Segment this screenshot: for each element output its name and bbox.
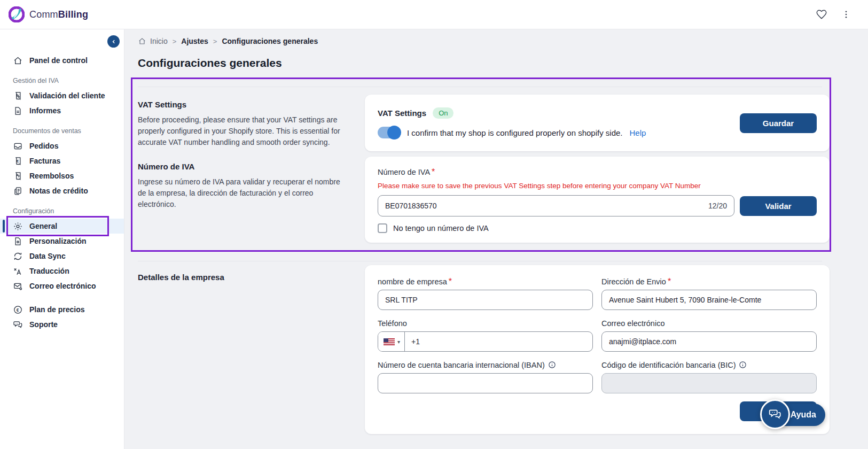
vat-card-title: VAT Settings (378, 109, 426, 118)
iva-validate-button[interactable]: Validar (740, 196, 817, 216)
chat-bubbles-icon (768, 407, 782, 421)
vat-settings-card: VAT Settings On I confirm that my shop i… (365, 95, 830, 151)
sync-icon (13, 251, 23, 261)
bic-field: Código de identificación bancaria (BIC) (601, 360, 817, 393)
breadcrumb-current: Configuraciones generales (222, 37, 318, 45)
home-icon (13, 56, 23, 66)
email-input[interactable] (601, 331, 817, 352)
sidebar-section-configuracion: Configuración (0, 198, 124, 219)
sidebar-item-correo-electronico[interactable]: Correo electrónico (0, 278, 124, 293)
section-divider (138, 261, 822, 261)
us-flag-icon (384, 338, 395, 345)
favorite-button[interactable] (816, 9, 827, 20)
iva-number-input[interactable] (385, 202, 708, 210)
shipping-address-field: Dirección de Envio* (601, 277, 817, 310)
help-floating-widget: Ayuda (760, 399, 825, 429)
euro-circle-icon: € (13, 305, 23, 315)
vat-annotated-section: VAT Settings Before proceeding, please e… (131, 78, 831, 252)
vat-confirm-text: I confirm that my shop is configured pro… (407, 128, 623, 137)
vat-settings-description: VAT Settings Before proceeding, please e… (138, 95, 365, 151)
iban-input[interactable] (378, 373, 593, 393)
no-iva-checkbox[interactable] (378, 223, 387, 233)
kebab-menu-icon (841, 9, 851, 20)
company-details-section: Detalles de la empresa nombre de empresa… (138, 265, 830, 434)
company-name-input[interactable] (378, 290, 593, 310)
bic-input (601, 373, 817, 393)
breadcrumb-separator: > (173, 37, 177, 45)
top-header: CommBilling (0, 0, 868, 29)
shipping-address-input[interactable] (601, 290, 817, 310)
company-name-field: nombre de empresa* (378, 277, 593, 310)
gear-icon (13, 221, 23, 231)
sidebar-section-gestion-iva: Gestión del IVA (0, 68, 124, 88)
company-details-heading: Detalles de la empresa (138, 273, 341, 282)
breadcrumb: Inicio > Ajustes > Configuraciones gener… (138, 37, 830, 45)
iva-number-heading: Número de IVA (138, 162, 341, 171)
sidebar-item-data-sync[interactable]: Data Sync (0, 249, 124, 264)
svg-text:€: € (17, 307, 19, 312)
sidebar-item-general[interactable]: General (0, 219, 124, 234)
main-content: Inicio > Ajustes > Configuraciones gener… (124, 29, 868, 449)
vat-settings-heading: VAT Settings (138, 100, 341, 109)
home-icon (138, 37, 146, 45)
document-icon (13, 106, 23, 116)
sidebar-item-plan-de-precios[interactable]: € Plan de precios (0, 302, 124, 317)
sidebar-item-validacion-del-cliente[interactable]: Validación del cliente (0, 88, 124, 103)
receipt-percent-icon (13, 91, 23, 101)
chat-bubbles-icon (13, 320, 23, 330)
sidebar-item-facturas[interactable]: € Facturas (0, 153, 124, 168)
char-counter: 12/20 (708, 202, 727, 210)
breadcrumb-separator: > (213, 37, 217, 45)
more-menu-button[interactable] (841, 9, 851, 20)
info-icon[interactable] (739, 361, 747, 369)
inbox-icon (13, 141, 23, 151)
sidebar-item-panel-de-control[interactable]: Panel de control (0, 53, 124, 68)
no-iva-checkbox-label: No tengo un número de IVA (393, 224, 489, 233)
country-code-selector[interactable]: ▾ (378, 332, 405, 351)
iban-field: Número de cuenta bancaria internacional … (378, 360, 593, 393)
sidebar-item-soporte[interactable]: Soporte (0, 317, 124, 332)
vat-confirm-toggle[interactable] (378, 127, 400, 138)
phone-input[interactable] (405, 337, 592, 346)
breadcrumb-home[interactable]: Inicio (138, 37, 168, 45)
credit-notes-icon (13, 186, 23, 196)
iva-number-field-wrapper: 12/20 (378, 195, 734, 216)
sidebar-item-reembolsos[interactable]: Reembolsos (0, 168, 124, 183)
chevron-left-icon (111, 38, 117, 45)
translate-icon (13, 266, 23, 276)
iva-number-label: Número de IVA (378, 168, 430, 176)
iva-number-card: Número de IVA* Please make sure to save … (365, 157, 830, 243)
sidebar-item-pedidos[interactable]: Pedidos (0, 138, 124, 153)
sidebar-item-personalizacion[interactable]: Personalización (0, 234, 124, 249)
brand-name: CommBilling (29, 9, 88, 20)
receipt-refund-icon (13, 171, 23, 181)
status-badge-on: On (433, 107, 453, 119)
sidebar: Panel de control Gestión del IVA Validac… (0, 29, 124, 449)
help-chat-button[interactable] (760, 399, 790, 429)
receipt-euro-icon: € (13, 156, 23, 166)
chevron-down-icon: ▾ (397, 339, 400, 345)
heart-icon (816, 9, 827, 20)
vat-save-button[interactable]: Guardar (740, 113, 817, 133)
mail-gear-icon (13, 281, 23, 291)
commbilling-logo-icon (9, 6, 25, 22)
page-title: Configuraciones generales (138, 57, 830, 69)
iva-number-description: Número de IVA Ingrese su número de IVA p… (138, 157, 365, 243)
sidebar-item-notas-de-credito[interactable]: Notas de crédito (0, 183, 124, 198)
brand-logo: CommBilling (9, 6, 88, 22)
svg-text:€: € (17, 158, 19, 163)
sidebar-item-traduccion[interactable]: Traducción (0, 264, 124, 278)
section-divider (138, 87, 822, 87)
sidebar-collapse-button[interactable] (107, 35, 120, 48)
breadcrumb-ajustes[interactable]: Ajustes (181, 37, 208, 45)
iva-warning-text: Please make sure to save the previous VA… (378, 182, 817, 190)
document-gear-icon (13, 236, 23, 246)
help-link[interactable]: Help (630, 128, 646, 137)
sidebar-item-informes[interactable]: Informes (0, 103, 124, 118)
sidebar-section-documentos-ventas: Documentos de ventas (0, 118, 124, 138)
info-icon[interactable] (548, 361, 556, 369)
email-field: Correo electrónico (601, 319, 817, 352)
phone-field: Teléfono ▾ (378, 319, 593, 352)
